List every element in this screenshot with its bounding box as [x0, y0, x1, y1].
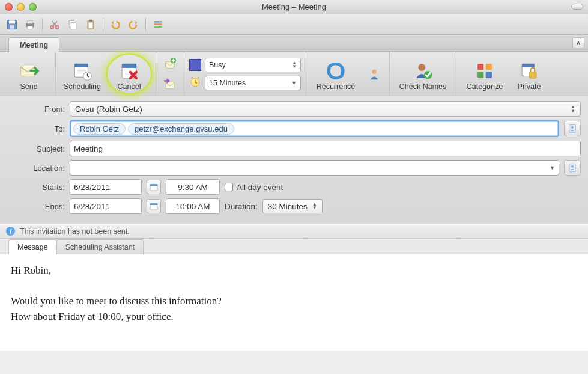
undo-button[interactable] — [107, 17, 124, 32]
reminder-select[interactable]: 15 Minutes ▼ — [205, 76, 301, 90]
forward-button[interactable] — [161, 76, 179, 93]
svg-rect-14 — [154, 23, 162, 25]
body-tabs: Message Scheduling Assistant — [0, 239, 588, 254]
svg-point-32 — [372, 69, 376, 73]
copy-icon — [67, 19, 79, 31]
busy-swatch-icon — [189, 59, 201, 71]
options-button[interactable] — [150, 17, 166, 32]
recurrence-icon — [326, 61, 346, 81]
private-button[interactable]: Private — [512, 55, 547, 93]
svg-rect-18 — [74, 64, 88, 67]
tab-meeting[interactable]: Meeting — [8, 37, 59, 52]
invite-attendees-button[interactable] — [161, 55, 179, 72]
save-button[interactable] — [4, 17, 20, 32]
paste-button[interactable] — [82, 17, 99, 32]
time-zones-button[interactable] — [364, 66, 384, 82]
info-bar: i This invitation has not been sent. — [0, 224, 588, 239]
checkbox-icon — [225, 183, 233, 191]
categorize-label: Categorize — [467, 82, 503, 91]
meeting-form: From: Gvsu (Robin Getz) ▲▼ To: Robin Get… — [0, 96, 588, 224]
starts-label: Starts: — [7, 183, 65, 192]
categorize-icon — [474, 61, 495, 81]
svg-rect-9 — [71, 22, 76, 29]
svg-rect-35 — [477, 64, 483, 70]
svg-rect-24 — [122, 64, 136, 68]
send-label: Send — [20, 82, 37, 91]
svg-rect-5 — [28, 26, 32, 29]
location-input[interactable]: ▼ — [70, 160, 559, 176]
private-lock-icon — [519, 61, 539, 81]
svg-rect-47 — [150, 184, 157, 186]
redo-button[interactable] — [125, 17, 142, 32]
calendar-cancel-icon — [119, 61, 139, 81]
copy-button[interactable] — [64, 17, 81, 32]
cut-button[interactable] — [46, 17, 63, 32]
alarm-clock-icon — [189, 76, 201, 90]
subject-value: Meeting — [74, 144, 103, 153]
svg-rect-38 — [486, 72, 492, 78]
from-select[interactable]: Gvsu (Robin Getz) ▲▼ — [70, 101, 581, 117]
info-icon: i — [6, 227, 15, 236]
starts-date-input[interactable]: 6/28/2011 — [70, 179, 142, 195]
cancel-button[interactable]: Cancel — [108, 55, 151, 93]
printer-icon — [24, 19, 36, 31]
ribbon: Send Scheduling Cancel Busy — [0, 52, 588, 96]
calendar-clock-icon — [72, 61, 92, 81]
forward-envelope-icon — [163, 78, 177, 91]
svg-rect-1 — [9, 20, 15, 23]
body-tab-scheduling-assistant[interactable]: Scheduling Assistant — [56, 239, 144, 254]
ends-date-input[interactable]: 6/28/2011 — [70, 198, 142, 214]
undo-icon — [109, 19, 121, 31]
starts-time-input[interactable]: 9:30 AM — [166, 179, 220, 195]
calendar-icon — [149, 182, 159, 192]
svg-rect-49 — [150, 203, 157, 205]
svg-rect-4 — [28, 20, 32, 23]
body-tab-message[interactable]: Message — [8, 239, 57, 254]
from-value: Gvsu (Robin Getz) — [75, 105, 142, 114]
to-chip[interactable]: Robin Getz — [73, 123, 126, 135]
svg-rect-2 — [10, 25, 14, 28]
recurrence-button[interactable]: Recurrence — [311, 55, 360, 93]
calendar-icon — [149, 201, 159, 211]
address-book-button[interactable] — [564, 121, 581, 136]
svg-rect-37 — [477, 72, 483, 78]
info-text: This invitation has not been sent. — [20, 227, 130, 236]
svg-rect-42 — [569, 124, 576, 133]
show-as-select[interactable]: Busy ▲▼ — [205, 58, 301, 72]
svg-point-45 — [571, 165, 574, 168]
message-body[interactable]: Hi Robin, Would you like to meet to disc… — [0, 254, 588, 351]
check-names-button[interactable]: Check Names — [395, 55, 451, 93]
svg-rect-13 — [154, 21, 162, 23]
starts-date-picker-button[interactable] — [147, 180, 161, 194]
room-finder-button[interactable] — [564, 160, 581, 176]
svg-rect-41 — [529, 72, 536, 78]
from-label: From: — [7, 105, 65, 114]
svg-point-43 — [571, 126, 574, 129]
print-button[interactable] — [22, 17, 38, 32]
message-text: Hi Robin, Would you like to meet to disc… — [11, 265, 222, 322]
ends-date-picker-button[interactable] — [147, 199, 161, 213]
categorize-button[interactable]: Categorize — [461, 55, 508, 93]
send-button[interactable]: Send — [7, 55, 50, 93]
clipboard-icon — [85, 19, 97, 31]
duration-select[interactable]: 30 Minutes ▲▼ — [262, 199, 323, 213]
to-label: To: — [7, 124, 65, 133]
scissors-icon — [49, 19, 61, 31]
all-day-checkbox[interactable]: All day event — [225, 183, 283, 192]
svg-rect-44 — [569, 164, 576, 172]
titlebar-pill[interactable] — [571, 4, 583, 10]
scheduling-label: Scheduling — [64, 82, 101, 91]
ribbon-collapse-button[interactable]: ∧ — [572, 37, 584, 48]
scheduling-button[interactable]: Scheduling — [61, 55, 104, 93]
quick-access-toolbar — [0, 14, 588, 35]
ends-time-input[interactable]: 10:00 AM — [166, 198, 220, 214]
address-book-icon — [567, 123, 578, 134]
window-title: Meeting – Meeting — [0, 2, 588, 11]
all-day-label: All day event — [237, 183, 283, 192]
address-book-icon — [567, 162, 578, 173]
subject-input[interactable]: Meeting — [70, 141, 581, 156]
to-field[interactable]: Robin Getz getzr@exchange.gvsu.edu — [70, 120, 559, 137]
redo-icon — [127, 19, 139, 31]
to-chip[interactable]: getzr@exchange.gvsu.edu — [128, 123, 234, 135]
envelope-send-icon — [19, 61, 39, 81]
